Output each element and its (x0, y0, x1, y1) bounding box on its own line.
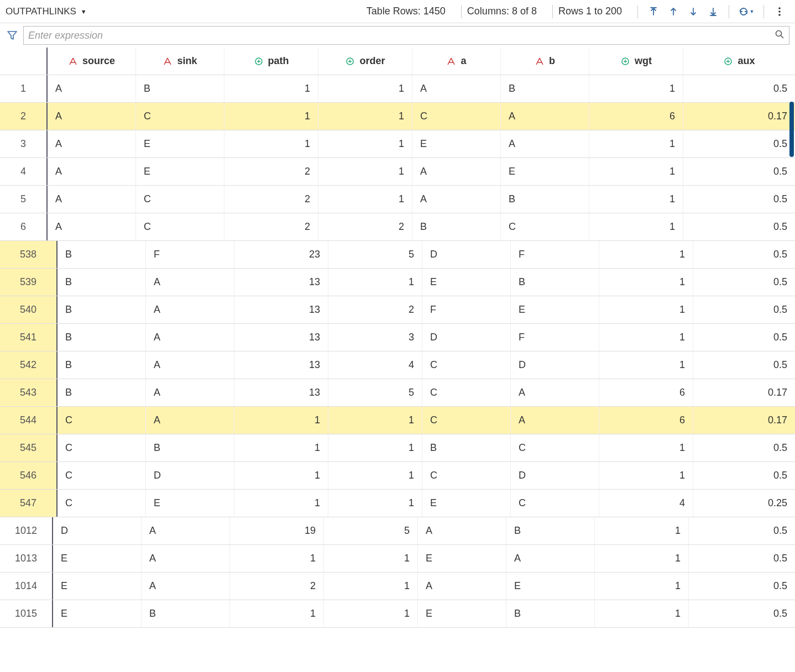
cell-aux: 0.5 (689, 517, 795, 544)
table-row[interactable]: 3AE11EA10.5 (0, 130, 795, 158)
cell-a: C (422, 351, 511, 379)
column-header-a[interactable]: a (412, 48, 501, 75)
column-label: wgt (635, 55, 652, 67)
cell-source: A (48, 103, 136, 130)
column-header-source[interactable]: source (48, 48, 136, 75)
column-header-aux[interactable]: aux (683, 48, 795, 75)
table-row[interactable]: 1AB11AB10.5 (0, 75, 795, 103)
column-header-order[interactable]: order (318, 48, 412, 75)
cell-path: 23 (234, 241, 328, 268)
row-number-cell: 545 (0, 434, 57, 461)
cell-aux: 0.17 (693, 379, 795, 406)
table-row[interactable]: 547CE11EC40.25 (0, 490, 795, 517)
table-row[interactable]: 2AC11CA60.17 (0, 103, 795, 130)
table-row[interactable]: 545CB11BC10.5 (0, 434, 795, 462)
table-row[interactable]: 544CA11CA60.17 (0, 407, 795, 434)
filter-bar (0, 23, 795, 48)
column-label: aux (738, 55, 755, 67)
cell-sink: A (146, 324, 234, 351)
chevron-down-icon: ▼ (81, 8, 87, 15)
cell-wgt: 1 (595, 517, 689, 544)
cell-path: 1 (230, 600, 324, 627)
table-row[interactable]: 540BA132FE10.5 (0, 296, 795, 324)
cell-source: B (57, 241, 146, 268)
column-header-wgt[interactable]: wgt (589, 48, 683, 75)
cell-source: B (57, 324, 146, 351)
cell-a: D (422, 241, 511, 268)
column-header-b[interactable]: b (501, 48, 589, 75)
cell-path: 19 (230, 517, 324, 544)
search-icon[interactable] (775, 29, 784, 41)
table-row[interactable]: 6AC22BC10.5 (0, 213, 795, 241)
table-row[interactable]: 539BA131EB10.5 (0, 269, 795, 296)
chevron-down-icon: ▼ (750, 9, 755, 14)
cell-order: 1 (324, 573, 418, 600)
separator (729, 5, 729, 18)
table-row[interactable]: 541BA133DF10.5 (0, 324, 795, 351)
numeric-type-icon (254, 56, 264, 66)
go-prev-button[interactable] (666, 4, 681, 19)
cell-a: E (422, 269, 511, 296)
column-header-path[interactable]: path (224, 48, 318, 75)
cell-aux: 0.5 (693, 296, 795, 323)
go-next-button[interactable] (686, 4, 701, 19)
column-label: order (359, 55, 385, 67)
char-type-icon (446, 56, 456, 66)
cell-b: E (506, 573, 595, 600)
column-label: path (268, 55, 289, 67)
cell-order: 1 (328, 490, 422, 517)
toolbar: OUTPATHLINKS ▼ Table Rows: 1450 Columns:… (0, 0, 795, 23)
cell-source: C (57, 434, 146, 461)
cell-aux: 0.25 (693, 490, 795, 517)
go-first-button[interactable] (646, 4, 661, 19)
table-row[interactable]: 546CD11CD10.5 (0, 462, 795, 490)
numeric-type-icon (345, 56, 355, 66)
cell-wgt: 1 (599, 269, 693, 296)
go-last-button[interactable] (705, 4, 721, 19)
refresh-button[interactable]: ▼ (737, 4, 756, 19)
cell-wgt: 1 (595, 600, 689, 627)
table-row[interactable]: 543BA135CA60.17 (0, 379, 795, 407)
cell-source: B (57, 269, 146, 296)
numeric-type-icon (620, 56, 630, 66)
cell-aux: 0.5 (689, 573, 795, 600)
rows-range-label: Rows 1 to 200 (558, 6, 622, 17)
svg-point-3 (776, 31, 782, 36)
cell-sink: A (142, 545, 230, 572)
filter-input[interactable] (28, 30, 775, 41)
cell-b: A (506, 545, 595, 572)
table-row[interactable]: 1015EB11EB10.5 (0, 600, 795, 628)
cell-wgt: 1 (599, 351, 693, 379)
table-row[interactable]: 1014EA21AE10.5 (0, 573, 795, 600)
table-row[interactable]: 1013EA11EA10.5 (0, 545, 795, 573)
cell-path: 2 (224, 186, 318, 213)
row-number-cell: 543 (0, 379, 57, 406)
cell-source: C (57, 490, 146, 517)
cell-wgt: 1 (599, 324, 693, 351)
table-row[interactable]: 4AE21AE10.5 (0, 158, 795, 186)
table-row[interactable]: 1012DA195AB10.5 (0, 517, 795, 545)
table-row[interactable]: 5AC21AB10.5 (0, 186, 795, 213)
cell-source: E (53, 545, 142, 572)
cell-b: B (506, 517, 595, 544)
cell-a: C (422, 407, 511, 434)
table-row[interactable]: 538BF235DF10.5 (0, 241, 795, 269)
cell-wgt: 1 (589, 75, 683, 102)
cell-aux: 0.5 (693, 351, 795, 379)
cell-a: A (412, 158, 501, 185)
cell-order: 3 (328, 324, 422, 351)
cell-order: 1 (328, 269, 422, 296)
column-label: source (82, 55, 115, 67)
column-header-sink[interactable]: sink (136, 48, 224, 75)
cell-a: D (422, 324, 511, 351)
cell-source: B (57, 351, 146, 379)
more-options-button[interactable] (772, 4, 787, 19)
cell-wgt: 6 (599, 407, 693, 434)
table-selector[interactable]: OUTPATHLINKS ▼ (6, 6, 87, 17)
cell-order: 2 (318, 213, 412, 240)
cell-path: 13 (234, 324, 328, 351)
filter-icon[interactable] (6, 29, 19, 42)
table-row[interactable]: 542BA134CD10.5 (0, 351, 795, 379)
row-number-cell: 538 (0, 241, 57, 268)
scrollbar-thumb[interactable] (789, 102, 794, 157)
